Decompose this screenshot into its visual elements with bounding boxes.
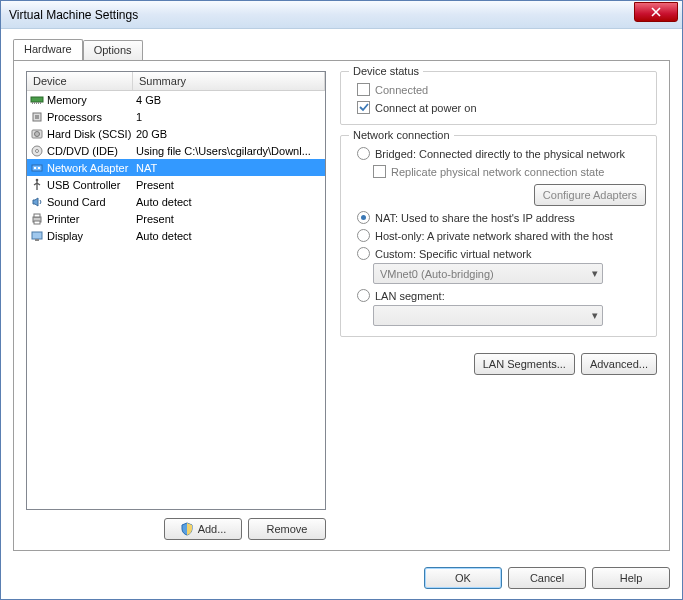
svg-point-15 (36, 178, 39, 181)
device-label: CD/DVD (IDE) (47, 145, 118, 157)
ok-button[interactable]: OK (424, 567, 502, 589)
chevron-down-icon: ▾ (592, 267, 598, 280)
device-summary: 1 (133, 110, 325, 124)
column-header-device[interactable]: Device (27, 72, 133, 90)
list-row-processors[interactable]: Processors 1 (27, 108, 325, 125)
connected-row: Connected (357, 83, 646, 96)
list-row-printer[interactable]: Printer Present (27, 210, 325, 227)
shield-icon (180, 522, 194, 536)
cancel-button[interactable]: Cancel (508, 567, 586, 589)
network-actions: LAN Segments... Advanced... (340, 353, 657, 375)
connected-checkbox (357, 83, 370, 96)
device-summary: Using file C:\Users\cgilardy\Downl... (133, 144, 325, 158)
lan-segment-row: LAN segment: (357, 289, 646, 302)
add-button[interactable]: Add... (164, 518, 242, 540)
replicate-checkbox (373, 165, 386, 178)
list-row-sound-card[interactable]: Sound Card Auto detect (27, 193, 325, 210)
connect-at-power-on-row: Connect at power on (357, 101, 646, 114)
radio-dot-icon (361, 215, 366, 220)
list-row-display[interactable]: Display Auto detect (27, 227, 325, 244)
device-summary: Present (133, 178, 325, 192)
svg-rect-19 (32, 232, 42, 239)
column-header-summary[interactable]: Summary (133, 72, 325, 90)
sound-icon (30, 195, 44, 209)
memory-icon (30, 93, 44, 107)
left-column: Device Summary Memory 4 GB Processors 1 (26, 71, 326, 540)
ok-label: OK (455, 572, 471, 584)
svg-point-9 (35, 131, 40, 136)
list-row-memory[interactable]: Memory 4 GB (27, 91, 325, 108)
svg-rect-0 (31, 97, 43, 102)
help-label: Help (620, 572, 643, 584)
device-summary: Auto detect (133, 229, 325, 243)
device-label: Network Adapter (47, 162, 128, 174)
device-summary: 20 GB (133, 127, 325, 141)
bridged-radio[interactable] (357, 147, 370, 160)
svg-rect-2 (34, 102, 35, 104)
remove-button[interactable]: Remove (248, 518, 326, 540)
nat-radio[interactable] (357, 211, 370, 224)
nat-label: NAT: Used to share the host's IP address (375, 212, 575, 224)
device-label: Memory (47, 94, 87, 106)
custom-row: Custom: Specific virtual network (357, 247, 646, 260)
dialog-footer: OK Cancel Help (1, 559, 682, 599)
svg-rect-12 (32, 165, 42, 171)
check-icon (359, 102, 369, 114)
display-icon (30, 229, 44, 243)
window-title: Virtual Machine Settings (9, 8, 634, 22)
list-buttons: Add... Remove (26, 518, 326, 540)
close-icon (651, 7, 661, 17)
device-status-title: Device status (349, 65, 423, 77)
replicate-row: Replicate physical network connection st… (373, 165, 646, 178)
help-button[interactable]: Help (592, 567, 670, 589)
list-header: Device Summary (27, 72, 325, 91)
device-label: Sound Card (47, 196, 106, 208)
tab-hardware[interactable]: Hardware (13, 39, 83, 60)
device-summary: NAT (133, 161, 325, 175)
custom-network-select: VMnet0 (Auto-bridging) ▾ (373, 263, 603, 284)
advanced-label: Advanced... (590, 358, 648, 370)
svg-rect-5 (40, 102, 41, 104)
svg-rect-17 (34, 214, 40, 217)
connect-at-power-on-label: Connect at power on (375, 102, 477, 114)
lan-segment-select: ▾ (373, 305, 603, 326)
add-button-label: Add... (198, 523, 227, 535)
lan-segments-label: LAN Segments... (483, 358, 566, 370)
list-row-usb-controller[interactable]: USB Controller Present (27, 176, 325, 193)
replicate-label: Replicate physical network connection st… (391, 166, 604, 178)
settings-window: Virtual Machine Settings Hardware Option… (0, 0, 683, 600)
host-only-radio[interactable] (357, 229, 370, 242)
custom-label: Custom: Specific virtual network (375, 248, 532, 260)
list-row-network-adapter[interactable]: Network Adapter NAT (27, 159, 325, 176)
close-button[interactable] (634, 2, 678, 22)
lan-segment-radio[interactable] (357, 289, 370, 302)
bridged-label: Bridged: Connected directly to the physi… (375, 148, 625, 160)
device-summary: 4 GB (133, 93, 325, 107)
tab-strip: Hardware Options (13, 39, 670, 60)
cd-dvd-icon (30, 144, 44, 158)
device-label: USB Controller (47, 179, 120, 191)
lan-segments-button[interactable]: LAN Segments... (474, 353, 575, 375)
advanced-button[interactable]: Advanced... (581, 353, 657, 375)
network-connection-title: Network connection (349, 129, 454, 141)
host-only-row: Host-only: A private network shared with… (357, 229, 646, 242)
nat-row: NAT: Used to share the host's IP address (357, 211, 646, 224)
list-row-cd-dvd[interactable]: CD/DVD (IDE) Using file C:\Users\cgilard… (27, 142, 325, 159)
svg-rect-1 (32, 102, 33, 104)
svg-rect-14 (38, 167, 40, 169)
network-adapter-icon (30, 161, 44, 175)
tab-options[interactable]: Options (83, 40, 143, 61)
bridged-actions: Configure Adapters (351, 184, 646, 206)
titlebar: Virtual Machine Settings (1, 1, 682, 29)
svg-rect-3 (36, 102, 37, 104)
connect-at-power-on-checkbox[interactable] (357, 101, 370, 114)
svg-rect-18 (34, 221, 40, 224)
right-column: Device status Connected Connect at power… (340, 71, 657, 540)
connected-label: Connected (375, 84, 428, 96)
custom-radio[interactable] (357, 247, 370, 260)
list-row-hard-disk[interactable]: Hard Disk (SCSI) 20 GB (27, 125, 325, 142)
device-summary: Present (133, 212, 325, 226)
device-list: Device Summary Memory 4 GB Processors 1 (26, 71, 326, 510)
lan-segment-label: LAN segment: (375, 290, 445, 302)
host-only-label: Host-only: A private network shared with… (375, 230, 613, 242)
